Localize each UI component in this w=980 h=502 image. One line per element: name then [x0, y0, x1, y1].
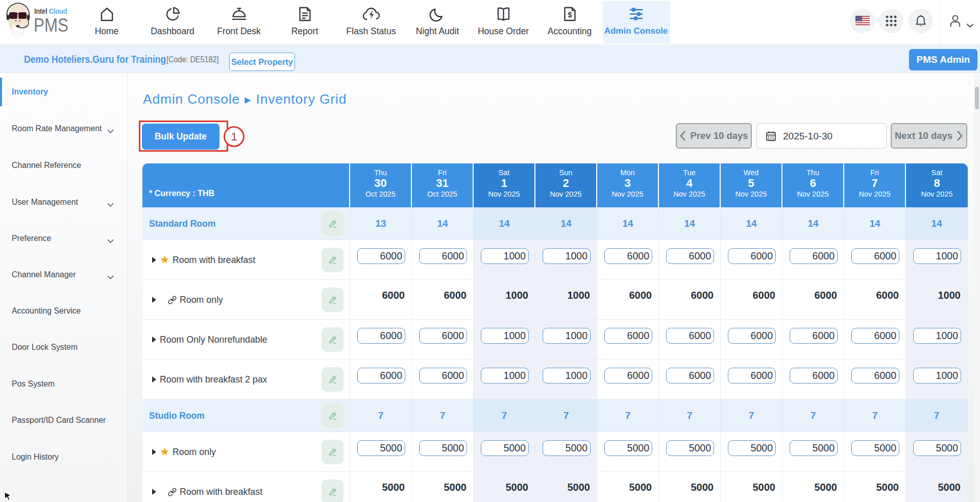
svg-text:$: $	[568, 11, 572, 19]
